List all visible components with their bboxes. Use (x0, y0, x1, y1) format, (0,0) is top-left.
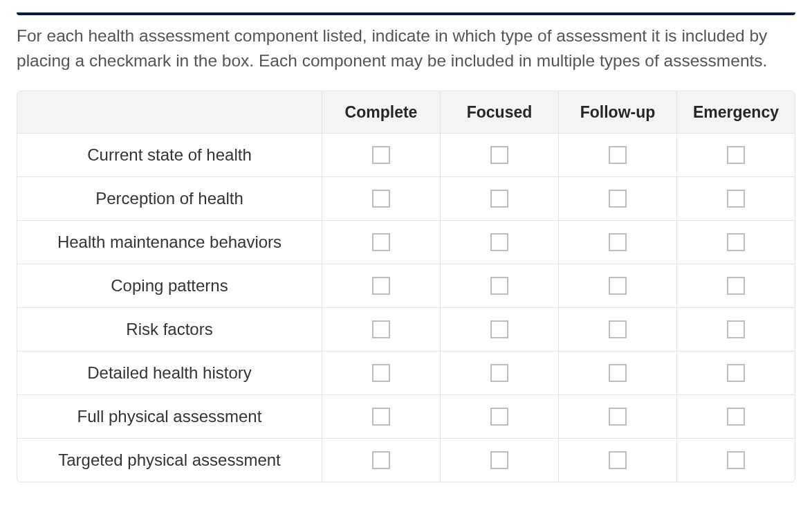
cell (440, 395, 558, 438)
cell (676, 177, 795, 220)
table-row: Full physical assessment (17, 394, 795, 438)
cell (440, 134, 558, 176)
checkbox[interactable] (490, 233, 508, 251)
cell (558, 177, 676, 220)
checkbox[interactable] (490, 146, 508, 164)
cell (558, 134, 676, 176)
column-header-follow-up: Follow-up (558, 91, 676, 133)
checkbox[interactable] (609, 408, 627, 426)
checkbox[interactable] (372, 320, 390, 338)
cell (440, 352, 558, 394)
cell (558, 439, 676, 482)
cell (558, 221, 676, 264)
checkbox[interactable] (609, 277, 627, 295)
table-row: Coping patterns (17, 264, 795, 307)
cell (558, 352, 676, 394)
checkbox[interactable] (490, 320, 508, 338)
cell (322, 177, 440, 220)
row-label: Targeted physical assessment (17, 439, 322, 482)
checkbox[interactable] (372, 408, 390, 426)
row-label: Coping patterns (17, 264, 322, 307)
table-row: Perception of health (17, 176, 795, 220)
cell (676, 352, 795, 394)
cell (558, 264, 676, 307)
checkbox[interactable] (609, 146, 627, 164)
cell (676, 221, 795, 264)
cell (322, 395, 440, 438)
checkbox[interactable] (372, 451, 390, 469)
table-row: Health maintenance behaviors (17, 220, 795, 264)
cell (440, 439, 558, 482)
row-label: Health maintenance behaviors (17, 221, 322, 264)
row-label: Perception of health (17, 177, 322, 220)
cell (322, 439, 440, 482)
checkbox[interactable] (727, 190, 745, 208)
question-container: For each health assessment component lis… (0, 0, 812, 499)
checkbox[interactable] (490, 190, 508, 208)
cell (558, 395, 676, 438)
cell (322, 264, 440, 307)
cell (676, 439, 795, 482)
checkbox[interactable] (372, 233, 390, 251)
column-header-focused: Focused (440, 91, 558, 133)
assessment-grid: Complete Focused Follow-up Emergency Cur… (17, 91, 795, 482)
checkbox[interactable] (490, 451, 508, 469)
row-label: Detailed health history (17, 352, 322, 394)
grid-header-blank (17, 91, 322, 133)
checkbox[interactable] (372, 277, 390, 295)
cell (440, 221, 558, 264)
checkbox[interactable] (727, 408, 745, 426)
cell (440, 177, 558, 220)
cell (440, 264, 558, 307)
checkbox[interactable] (609, 233, 627, 251)
instructions-text: For each health assessment component lis… (17, 24, 795, 73)
row-label: Risk factors (17, 308, 322, 351)
cell (676, 308, 795, 351)
checkbox[interactable] (727, 277, 745, 295)
row-label: Full physical assessment (17, 395, 322, 438)
cell (322, 134, 440, 176)
grid-header-row: Complete Focused Follow-up Emergency (17, 91, 795, 133)
checkbox[interactable] (609, 320, 627, 338)
table-row: Targeted physical assessment (17, 438, 795, 482)
checkbox[interactable] (609, 364, 627, 382)
cell (676, 264, 795, 307)
checkbox[interactable] (727, 233, 745, 251)
cell (322, 308, 440, 351)
cell (322, 352, 440, 394)
cell (558, 308, 676, 351)
cell (440, 308, 558, 351)
checkbox[interactable] (609, 451, 627, 469)
checkbox[interactable] (727, 451, 745, 469)
checkbox[interactable] (372, 146, 390, 164)
table-row: Risk factors (17, 307, 795, 351)
row-label: Current state of health (17, 134, 322, 176)
cell (676, 395, 795, 438)
cell (676, 134, 795, 176)
checkbox[interactable] (727, 364, 745, 382)
column-header-complete: Complete (322, 91, 440, 133)
checkbox[interactable] (490, 364, 508, 382)
checkbox[interactable] (490, 408, 508, 426)
checkbox[interactable] (490, 277, 508, 295)
checkbox[interactable] (727, 320, 745, 338)
top-rule (17, 12, 795, 15)
table-row: Current state of health (17, 133, 795, 176)
checkbox[interactable] (727, 146, 745, 164)
column-header-emergency: Emergency (676, 91, 795, 133)
table-row: Detailed health history (17, 351, 795, 394)
cell (322, 221, 440, 264)
checkbox[interactable] (609, 190, 627, 208)
checkbox[interactable] (372, 190, 390, 208)
checkbox[interactable] (372, 364, 390, 382)
